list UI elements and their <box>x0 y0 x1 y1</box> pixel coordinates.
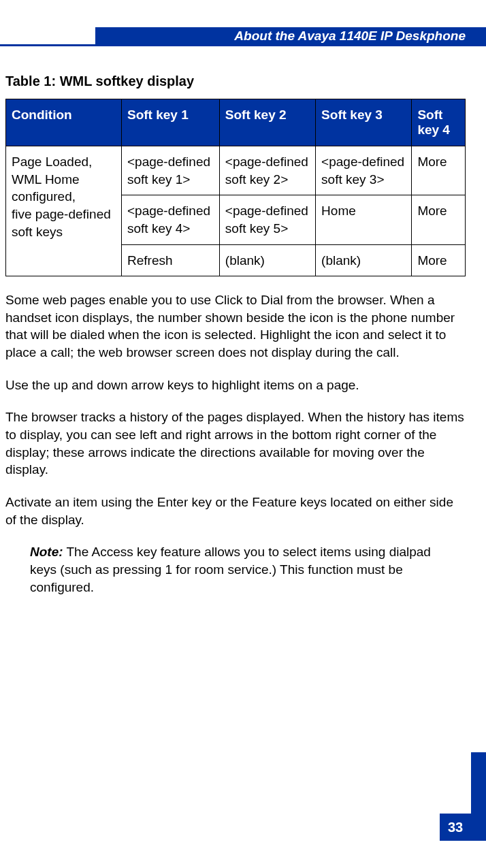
note-paragraph: Note: The Access key feature allows you … <box>5 543 466 596</box>
page-content: Table 1: WML softkey display Condition S… <box>0 46 486 596</box>
cell: <page-defined soft key 4> <box>122 195 220 244</box>
cell: (blank) <box>316 244 412 276</box>
paragraph: Use the up and down arrow keys to highli… <box>5 376 466 394</box>
paragraph: Some web pages enable you to use Click t… <box>5 291 466 361</box>
table-title: Table 1: WML softkey display <box>5 74 466 89</box>
header-left-gap <box>0 27 95 46</box>
cell: (blank) <box>219 244 315 276</box>
note-label: Note: <box>30 545 63 559</box>
header-title: About the Avaya 1140E IP Deskphone <box>95 27 486 46</box>
wml-softkey-table: Condition Soft key 1 Soft key 2 Soft key… <box>5 99 466 276</box>
cell: <page-defined soft key 2> <box>219 146 315 195</box>
footer-side-bar <box>471 752 486 841</box>
page-footer: 33 <box>440 752 486 841</box>
paragraph: Activate an item using the Enter key or … <box>5 494 466 528</box>
table-row: Page Loaded, WML Home configured, five p… <box>6 146 466 195</box>
th-sk1: Soft key 1 <box>122 99 220 146</box>
table-header-row: Condition Soft key 1 Soft key 2 Soft key… <box>6 99 466 146</box>
cell: More <box>412 146 466 195</box>
cell: <page-defined soft key 1> <box>122 146 220 195</box>
th-sk2: Soft key 2 <box>219 99 315 146</box>
th-sk4: Soft key 4 <box>412 99 466 146</box>
page-header: About the Avaya 1140E IP Deskphone <box>0 27 486 46</box>
note-text: The Access key feature allows you to sel… <box>30 545 431 594</box>
cell: <page-defined soft key 3> <box>316 146 412 195</box>
cell-condition: Page Loaded, WML Home configured, five p… <box>6 146 122 276</box>
cell: <page-defined soft key 5> <box>219 195 315 244</box>
th-sk3: Soft key 3 <box>316 99 412 146</box>
paragraph: The browser tracks a history of the page… <box>5 408 466 479</box>
th-condition: Condition <box>6 99 122 146</box>
cell: Refresh <box>122 244 220 276</box>
cell: More <box>412 195 466 244</box>
page-number: 33 <box>440 814 471 841</box>
cell: More <box>412 244 466 276</box>
cell: Home <box>316 195 412 244</box>
